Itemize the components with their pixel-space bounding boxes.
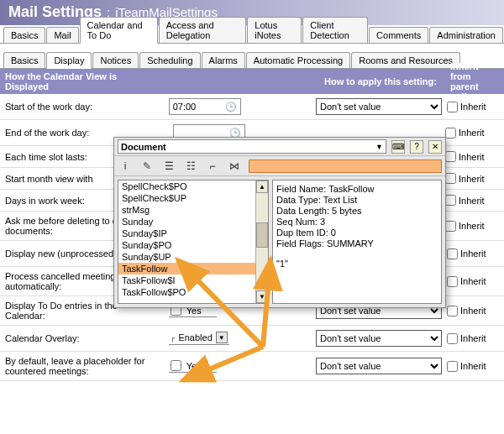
- inherit-checkbox[interactable]: [447, 276, 458, 287]
- inherit-checkbox[interactable]: [447, 102, 458, 112]
- section-col2: [168, 69, 319, 94]
- row-inherit: Inherit: [447, 247, 504, 261]
- edit-icon[interactable]: ✎: [139, 159, 155, 173]
- detail-field-name: Field Name: TaskFollow: [276, 184, 438, 194]
- row-inherit: Inherit: [445, 193, 504, 207]
- close-button[interactable]: ✕: [428, 140, 442, 154]
- section-col4: Inherit from parent policy:: [445, 69, 504, 94]
- inherit-label: Inherit: [460, 361, 486, 371]
- list-icon[interactable]: ☰: [161, 159, 176, 173]
- inherit-label: Inherit: [460, 102, 486, 112]
- inherit-checkbox[interactable]: [445, 173, 456, 184]
- tab-top-administration[interactable]: Administration: [429, 27, 503, 43]
- row-value: Yes: [164, 358, 311, 374]
- doc-title-text: Document: [121, 142, 166, 152]
- tabbar-sub: BasicsDisplayNoticesSchedulingAlarmsAuto…: [0, 50, 504, 69]
- inherit-label: Inherit: [460, 306, 486, 316]
- inherit-checkbox[interactable]: [445, 195, 456, 206]
- tab-top-lotus-inotes[interactable]: Lotus iNotes: [247, 17, 302, 43]
- help-button[interactable]: ?: [410, 140, 423, 154]
- apply-select[interactable]: Don't set value: [316, 98, 442, 115]
- tab-sub-automatic-processing[interactable]: Automatic Processing: [246, 52, 350, 68]
- row-label: By default, leave a placeholder for coun…: [0, 354, 164, 378]
- grid-icon[interactable]: ☷: [183, 159, 198, 173]
- inherit-checkbox[interactable]: [447, 361, 458, 372]
- detail-dup-item: Dup Item ID: 0: [276, 227, 438, 238]
- inherit-checkbox[interactable]: [445, 151, 456, 162]
- scroll-thumb[interactable]: [256, 222, 268, 248]
- yes-checkbox[interactable]: Yes: [169, 359, 217, 373]
- inherit-checkbox[interactable]: [445, 128, 456, 139]
- row-inherit: Inherit: [445, 219, 504, 233]
- clock-icon: 🕒: [225, 102, 237, 112]
- row-apply: Don't set value: [311, 97, 447, 117]
- row-inherit: Inherit: [445, 149, 504, 164]
- doc-detail: Field Name: TaskFollow Data Type: Text L…: [272, 180, 442, 304]
- field-list-item[interactable]: strMsg: [118, 204, 255, 216]
- tab-top-access-and-delegation[interactable]: Access and Delegation: [159, 17, 247, 43]
- apply-select[interactable]: Don't set value: [316, 358, 442, 374]
- field-list-item[interactable]: TaskFollow$PO: [118, 286, 255, 298]
- info-icon[interactable]: i: [118, 159, 133, 173]
- form-row: By default, leave a placeholder for coun…: [0, 352, 504, 381]
- detail-data-length: Data Length: 5 bytes: [276, 206, 438, 216]
- checkbox[interactable]: [171, 360, 181, 371]
- tab-sub-rooms-and-resources[interactable]: Rooms and Resources: [351, 52, 460, 68]
- attach-icon[interactable]: ⌐: [205, 159, 220, 173]
- doc-filter-input[interactable]: [249, 159, 442, 173]
- dropdown-icon: ▼: [375, 143, 383, 151]
- detail-field-flags: Field Flags: SUMMARY: [276, 238, 438, 248]
- field-list-item[interactable]: Sunday$PO: [118, 239, 255, 251]
- scrollbar[interactable]: ▲ ▼: [255, 180, 268, 303]
- form-row: Calendar Overlay:┌Enabled▼Don't set valu…: [0, 326, 504, 352]
- inherit-label: Inherit: [459, 128, 485, 138]
- keyboard-button[interactable]: ⌨: [391, 140, 405, 154]
- field-list-item[interactable]: SpellCheck$PO: [118, 180, 255, 192]
- section-header: How the Calendar View is Displayed How t…: [0, 69, 504, 94]
- yes-label: Yes: [186, 361, 202, 371]
- tab-sub-display[interactable]: Display: [46, 52, 92, 69]
- scroll-down-icon[interactable]: ▼: [256, 290, 268, 303]
- inherit-label: Inherit: [459, 221, 485, 231]
- inherit-label: Inherit: [460, 248, 486, 259]
- row-inherit: Inherit: [445, 171, 504, 186]
- link-icon[interactable]: ⋈: [227, 159, 242, 173]
- row-apply: [319, 131, 445, 134]
- tab-sub-basics[interactable]: Basics: [3, 52, 45, 68]
- doc-title-dropdown[interactable]: Document ▼: [118, 139, 386, 154]
- field-list-item[interactable]: SpellCheck$UP: [118, 192, 255, 204]
- field-list-item[interactable]: Sunday$IP: [118, 227, 255, 239]
- detail-value: "1": [276, 259, 438, 269]
- field-list-item[interactable]: Sunday: [118, 216, 255, 227]
- apply-select[interactable]: Don't set value: [316, 330, 442, 347]
- tab-top-calendar-and-to-do[interactable]: Calendar and To Do: [80, 17, 158, 44]
- inherit-checkbox[interactable]: [445, 221, 456, 232]
- inherit-checkbox[interactable]: [447, 248, 458, 259]
- inherit-checkbox[interactable]: [447, 306, 458, 316]
- tab-top-client-detection[interactable]: Client Detection: [302, 17, 368, 43]
- inherit-label: Inherit: [459, 174, 485, 184]
- row-inherit: Inherit: [447, 332, 504, 346]
- field-list-item[interactable]: Sunday$UP: [118, 251, 255, 263]
- enabled-dropdown[interactable]: ┌Enabled▼: [169, 332, 229, 345]
- doc-toolbar: i ✎ ☰ ☷ ⌐ ⋈: [114, 156, 445, 176]
- row-inherit: Inherit: [447, 100, 504, 114]
- inherit-checkbox[interactable]: [447, 333, 458, 344]
- tab-sub-alarms[interactable]: Alarms: [202, 52, 245, 68]
- row-label: Calendar Overlay:: [0, 332, 164, 345]
- inherit-label: Inherit: [460, 276, 486, 286]
- tab-top-mail[interactable]: Mail: [46, 27, 78, 43]
- scroll-up-icon[interactable]: ▲: [256, 180, 268, 193]
- tab-sub-scheduling[interactable]: Scheduling: [139, 52, 200, 68]
- tab-sub-notices[interactable]: Notices: [92, 52, 139, 68]
- row-label: Start of the work day:: [0, 100, 164, 113]
- field-list-item[interactable]: TaskFollow: [118, 263, 255, 275]
- inherit-label: Inherit: [459, 152, 485, 162]
- field-list-item[interactable]: TaskFollow$I: [118, 275, 255, 286]
- section-col1: How the Calendar View is Displayed: [0, 69, 168, 94]
- row-apply: Don't set value: [311, 356, 447, 376]
- tab-top-basics[interactable]: Basics: [3, 27, 45, 43]
- row-inherit: Inherit: [445, 126, 504, 140]
- time-input[interactable]: 07:00🕒: [169, 98, 241, 115]
- tab-top-comments[interactable]: Comments: [369, 27, 428, 43]
